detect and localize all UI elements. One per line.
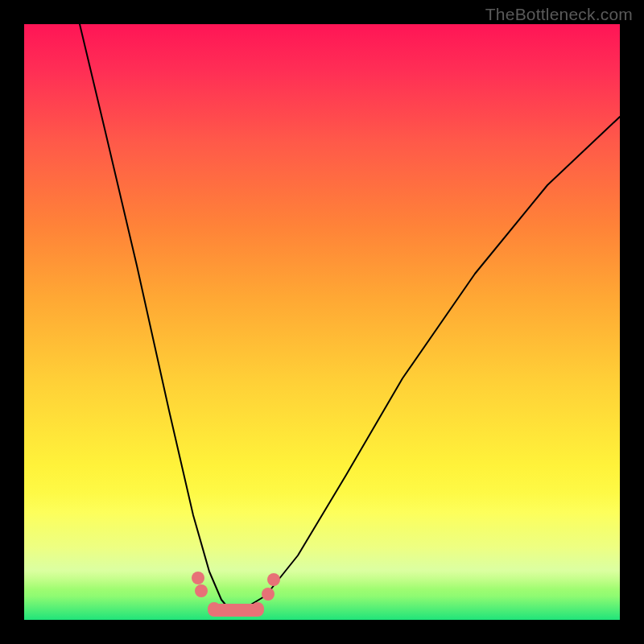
outer-frame: TheBottleneck.com bbox=[0, 0, 644, 644]
bottleneck-curve bbox=[80, 24, 620, 610]
curve-layer bbox=[24, 24, 620, 620]
watermark-text: TheBottleneck.com bbox=[485, 5, 633, 24]
svg-point-5 bbox=[262, 588, 275, 601]
svg-point-2 bbox=[195, 584, 208, 597]
plot-area bbox=[24, 24, 620, 620]
svg-point-3 bbox=[208, 602, 221, 615]
svg-point-1 bbox=[192, 572, 204, 584]
svg-point-4 bbox=[251, 602, 264, 615]
svg-point-6 bbox=[267, 573, 280, 586]
